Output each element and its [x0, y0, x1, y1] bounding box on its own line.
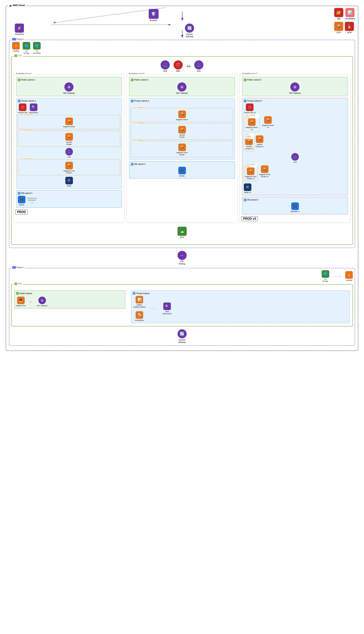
vpc-peering-section: ↔ VPC Peering	[9, 251, 355, 265]
monitoring-services-row: 📊 Zabbix, Grafana,Jenkins 📡 Prometheus -…	[133, 296, 348, 321]
aws-cloud-boundary: ☁ AWS Cloud 🔐 IAM 📊 CloudWatch 📦 ECR	[6, 6, 358, 351]
redis-v3-icon-group: R Redis v3	[244, 184, 252, 194]
magento-admin-1-icon-group: 📦 Magento Admin	[19, 118, 119, 128]
public-subnet-1-label: □ Public subnet 1	[18, 78, 120, 81]
route53-icon-group: 🛡️ Route53	[149, 9, 158, 22]
prometheus-icon-group: 📡 Prometheus	[133, 311, 146, 322]
db-subnet-2: □ DB subnet 2 🗄️ MySQL	[129, 161, 235, 179]
magento-admin-asg-v3-a: Auto Scaling group 📦 Magento Admin v3	[244, 116, 260, 132]
mysql-2-icon: 🗄️	[178, 167, 186, 174]
magento-front-1-icon-group: 📦 Magento Front Cluster	[19, 162, 119, 174]
igw-center: 🔄 Internet Gateway	[24, 24, 355, 38]
aws-cloud-label: ☁ AWS Cloud	[8, 4, 26, 7]
alb-left-icon-group: ⚖️ ALB	[161, 60, 170, 72]
private-subnet-3: □ Private subnet 3 ⬡ Amazon MQ v3	[242, 98, 348, 196]
diagram-container: ☁ AWS Cloud 🔐 IAM 📊 CloudWatch 📦 ECR	[0, 0, 364, 634]
magento-front-2-icon: 📦	[178, 144, 186, 151]
magento-front-asg-2: Auto Scaling group 📦 Magento Front Clust…	[131, 141, 233, 157]
varnish-asg-v3-a: Auto Scaling group 📦 Varnish Cluster v3	[244, 135, 254, 151]
region-label: 🔷 Region	[11, 38, 24, 40]
redis-v3-icon: R	[244, 184, 252, 191]
db-subnet-3: □ DB subnet 3 🗄️ MariaDB v3	[242, 197, 348, 214]
opensearch-icon-group: 🔍 Opensearch	[29, 104, 38, 114]
db-subnet-3-label: □ DB subnet 3	[244, 198, 346, 201]
magento-admin-2-icon-group: 📦 Magento Admin	[132, 110, 232, 121]
db-subnet-1: □ DB subnet 1 🗄️ MySQL Synchronous repli…	[16, 190, 122, 208]
vpc2-box: □ VPC □ Public Subnet 🖥️ Bastion h	[11, 284, 353, 326]
cloudfront-icon: ⚡	[15, 24, 24, 33]
efs-icon: ☁	[178, 227, 187, 236]
bottom-private-subnet: □ Private Subnet 📊 Zabbix, Grafana,Jenki…	[131, 290, 350, 323]
vpc-peering-icon: ↔	[178, 251, 187, 260]
alb-right-icon-group: ⚖️ ALB	[194, 60, 203, 72]
magento-front-v3a-icon-group: 📦 Magento Front Cluster v3	[245, 168, 256, 180]
vpc-box: □ VPC ⚖️ ALB 🛡 WAF ALB	[11, 56, 353, 245]
spacer-mq-2: Auto Scaling group 📦 Magento Admin	[131, 108, 233, 122]
private-subnet-3-label: □ Private subnet 3	[244, 100, 346, 102]
alb-inner-1-icon-group: ⚖️ ALB	[65, 148, 73, 158]
lambda-bottom-icon-group: λ Lambda	[345, 271, 353, 282]
lambda-bottom-icon: λ	[345, 271, 353, 279]
public-subnet-3: □ Public subnet 3 ⊕ NAT Gateway	[242, 77, 348, 96]
magento-front-v3b-icon-group: 📦 Magento Front Cluster v3	[259, 166, 270, 178]
waf-alb-row: ⚖️ ALB 🛡 WAF ALB ⚖️ ALB	[14, 60, 350, 72]
lambda-icon: λ	[12, 42, 20, 50]
public-subnet-3-label: □ Public subnet 3	[244, 78, 346, 81]
s3-logs2-icon-group: 🪣 S3 for logs	[322, 270, 329, 282]
lambda-icon-group: λ Lambda	[12, 42, 20, 54]
nat-gateway-1-icon: ⊕	[64, 82, 74, 92]
public-subnet-2: □ Public subnet 2 ⊕ NAT Gateway	[129, 77, 235, 96]
bastion-icon: 🖥️	[17, 296, 25, 304]
magento-admin-v3-row: Auto Scaling group 📦 Magento Admin v3 📦 …	[244, 115, 346, 133]
bastion-nat-row: 🖥️ Bastion host ← ⊕ NAT Gateway	[16, 296, 124, 307]
prod-v3-label-container: PROD v3	[241, 215, 349, 221]
efs-icon-group: ☁ EFS	[178, 227, 187, 239]
efs-section: ☁ EFS	[14, 227, 350, 239]
prod-label: PROD	[15, 210, 28, 214]
private-subnet-1: □ Private subnet 1 ⬡ Amazon MQ 🔍	[16, 98, 122, 189]
az-row: Availability Zone A □ Public subnet 1 ⊕ …	[14, 74, 350, 223]
az-b-box: Availability Zone B □ Public subnet 2 ⊕ …	[126, 74, 238, 223]
prometheus-icon: 📡	[136, 311, 143, 319]
magento-front-2-icon-group: 📦 Magento Front Cluster	[132, 144, 232, 156]
iam-cloudwatch-row: 🔐 IAM 📊 CloudWatch	[334, 8, 355, 20]
az-c-box: Availability Zone C □ Public subnet 3 ⊕ …	[240, 74, 350, 223]
mysql-1-icon: 🗄️	[18, 196, 26, 203]
vpc2-label: □ VPC	[14, 282, 23, 285]
internet-gateway-icon: 🔄	[185, 24, 194, 33]
cloudfront-icon-group: ⚡ CloudFront	[14, 24, 24, 36]
nat-gw-bottom-icon: ⊕	[38, 296, 46, 304]
alb-inner-1: ⚖️ ALB	[18, 148, 120, 158]
cloudwatch-icon-group: 📊 CloudWatch	[345, 8, 355, 20]
az-c-label: Availability Zone C	[241, 72, 258, 74]
az-b-label: Availability Zone B	[128, 72, 145, 74]
magento-admin-v3b-icon: 📦	[264, 116, 272, 124]
mq-opensearch-row: ⬡ Amazon MQ 🔍 Opensearch	[18, 104, 120, 114]
arrow-to-opensearch: - - →	[150, 307, 157, 310]
nat-gw-1: ⊕ NAT Gateway	[18, 82, 120, 94]
zabbix-prometheus-col: 📊 Zabbix, Grafana,Jenkins 📡 Prometheus	[133, 296, 146, 321]
opensearch-icon: 🔍	[30, 104, 38, 111]
cloudwatch-icon: 📊	[346, 8, 354, 17]
magento-front-asg-1: Auto Scaling group 📦 Magento Front Clust…	[18, 159, 120, 176]
bottom-subnets-row: □ Public Subnet 🖥️ Bastion host ← ⊕	[14, 289, 350, 324]
magento-admin-2-icon: 📦	[178, 110, 186, 118]
s3-assets-icon-group: 🪣 S3 for assets	[33, 42, 41, 54]
db-subnet-1-label: □ DB subnet 1	[18, 192, 120, 194]
amazon-mq-icon: ⬡	[19, 104, 26, 111]
alb-inner-v3-icon: ⚖️	[291, 153, 299, 161]
private-subnet-2: □ Private subnet 2 Auto Scaling group 📦 …	[129, 98, 235, 160]
s3-assets-icon: 🪣	[33, 42, 41, 50]
varnish-v3a-icon-group: 📦 Varnish Cluster v3	[245, 138, 253, 150]
mysql-replication-row: 🗄️ MySQL Synchronous replication →	[18, 196, 120, 206]
magento-admin-1-icon: 📦	[65, 118, 73, 125]
mariadb-v3-icon-group: 🗄️ MariaDB v3	[244, 202, 346, 213]
region2-label: 🔷 Region	[11, 266, 24, 268]
nat-gw-bottom-icon-group: ⊕ NAT Gateway	[37, 296, 48, 307]
magento-admin-v3a-icon: 📦	[248, 118, 256, 126]
cloudfront-group: ⚡ CloudFront	[14, 24, 24, 36]
redis-1-group: R Redis	[18, 177, 120, 187]
alb-inner-v3-icon-group: ⚖️ ALB	[291, 153, 299, 163]
public-subnet-1: □ Public subnet 1 ⊕ NAT Gateway	[16, 77, 122, 96]
varnish-1-icon-group: 📦 Varnish Cluster	[19, 133, 119, 146]
